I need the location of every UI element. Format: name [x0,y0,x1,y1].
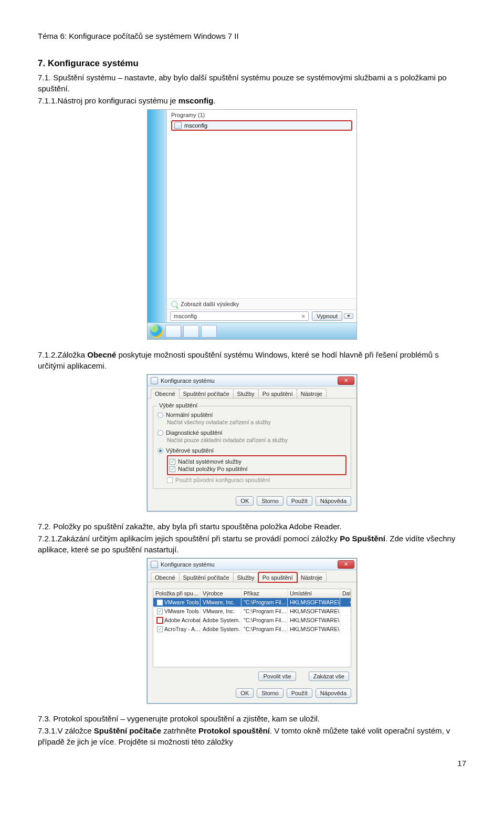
startup-selection-group: Výběr spuštění Normální spuštění Načíst … [153,406,351,489]
list-row[interactable]: VMware ToolsVMware, Inc."C:\Program Fil…… [153,607,351,616]
more-results-link[interactable]: Zobrazit další výsledky [167,298,356,309]
tab-obecne[interactable]: Obecné [151,389,180,399]
p-7-2: 7.2. Položky po spuštění zakažte, aby by… [38,521,466,532]
close-button[interactable]: ✕ [338,376,354,385]
checkbox-icon[interactable] [157,617,163,623]
checkbox-icon [170,459,175,465]
taskbar-app-icon[interactable] [183,325,199,338]
p-7-1-1: 7.1.1.Nástroj pro konfiguraci systému je… [38,95,466,106]
tab-spusteni-pocitace[interactable]: Spuštění počítače [179,572,234,582]
p-7-1-2: 7.1.2.Záložka Obecné poskytuje možnosti … [38,349,466,371]
msconfig-window-icon [151,561,158,568]
doc-header: Téma 6: Konfigurace počítačů se systémem… [38,32,466,40]
cancel-button[interactable]: Storno [257,496,283,506]
help-button[interactable]: Nápověda [316,496,351,506]
p-7-3: 7.3. Protokol spouštění – vygenerujte pr… [38,713,466,724]
radio-icon [158,430,163,436]
tab-nastroje[interactable]: Nástroje [297,389,327,398]
startmenu-screenshot: Programy (1) msconfig Zobrazit další výs… [147,109,357,340]
msconfig-icon [174,122,182,129]
cancel-button[interactable]: Storno [257,688,283,698]
list-row[interactable]: AcroTray - A…Adobe System…"C:\Program Fi… [153,625,351,634]
window-title: Konfigurace systému [161,561,215,568]
tab-po-spusteni[interactable]: Po spuštění [258,572,297,582]
ok-button[interactable]: OK [236,496,254,506]
enable-all-button[interactable]: Povolit vše [258,672,296,681]
start-orb-icon[interactable] [150,324,163,338]
tab-po-spusteni[interactable]: Po spuštění [258,389,297,398]
clear-icon[interactable]: × [302,313,305,319]
tab-sluzby[interactable]: Služby [233,572,259,582]
tab-bar: Obecné Spuštění počítače Služby Po spušt… [148,570,356,582]
checkbox-icon[interactable] [157,626,163,632]
shutdown-button[interactable]: Vypnout [312,311,342,321]
highlight-box: Načíst systémové služby Načíst položky P… [167,455,346,475]
taskbar [148,322,356,339]
radio-diagnostic-startup[interactable]: Diagnostické spuštění [158,430,346,436]
p-7-2-1: 7.2.1.Zakázání určitým aplikacím jejich … [38,533,466,555]
start-search-input[interactable]: msconfig × [170,311,309,321]
taskbar-app-icon[interactable] [165,325,181,338]
radio-icon [158,412,163,418]
help-button[interactable]: Nápověda [316,688,351,698]
close-button[interactable]: ✕ [338,560,354,569]
apply-button[interactable]: Použít [287,496,312,506]
startmenu-accent [148,110,166,322]
chevron-down-icon [347,315,350,317]
p-7-3-1: 7.3.1.V záložce Spuštění počítače zatrhn… [38,725,466,747]
apply-button[interactable]: Použít [287,688,312,698]
radio-selective-startup[interactable]: Výběrové spuštění [158,447,346,454]
tab-spusteni-pocitace[interactable]: Spuštění počítače [179,389,234,398]
section-7-title: 7. Konfigurace systému [38,58,466,69]
tab-obecne[interactable]: Obecné [151,572,180,582]
radio-normal-startup[interactable]: Normální spuštění [158,412,346,418]
msconfig-window-icon [151,377,158,384]
checkbox-icon [167,477,173,483]
check-load-system-services[interactable]: Načíst systémové služby [170,458,344,465]
tab-sluzby[interactable]: Služby [233,389,259,398]
checkbox-icon[interactable] [157,600,163,605]
search-icon [171,301,177,307]
msconfig-general-dialog: Konfigurace systému ✕ Obecné Spuštění po… [147,374,357,511]
startup-items-list[interactable]: Položka při spu… Výrobce Příkaz Umístění… [153,589,351,667]
list-row[interactable]: Adobe AcrobatAdobe System…"C:\Program Fi… [153,616,351,625]
tab-nastroje[interactable]: Nástroje [297,572,327,582]
checkbox-icon [170,466,175,472]
tab-bar: Obecné Spuštění počítače Služby Po spušt… [148,386,356,399]
checkbox-icon[interactable] [157,609,163,614]
msconfig-startup-dialog: Konfigurace systému ✕ Obecné Spuštění po… [147,558,357,704]
list-header: Položka při spu… Výrobce Příkaz Umístění… [153,589,351,598]
p-7-1: 7.1. Spuštění systému – nastavte, aby by… [38,72,466,94]
page-number: 17 [38,759,466,768]
shutdown-options-button[interactable] [344,313,353,319]
check-load-startup-items[interactable]: Načíst položky Po spuštění [170,466,344,472]
search-result-msconfig[interactable]: msconfig [171,120,352,131]
radio-icon [158,448,163,454]
taskbar-app-icon[interactable] [201,325,217,338]
disable-all-button[interactable]: Zakázat vše [309,672,349,681]
list-row[interactable]: VMware ToolsVMware, Inc."C:\Program Fil…… [153,598,351,607]
ok-button[interactable]: OK [236,688,254,698]
check-use-original-boot[interactable]: Použít původní konfiguraci spouštění [167,477,346,483]
window-title: Konfigurace systému [161,378,215,384]
programs-header: Programy (1) [167,110,356,119]
